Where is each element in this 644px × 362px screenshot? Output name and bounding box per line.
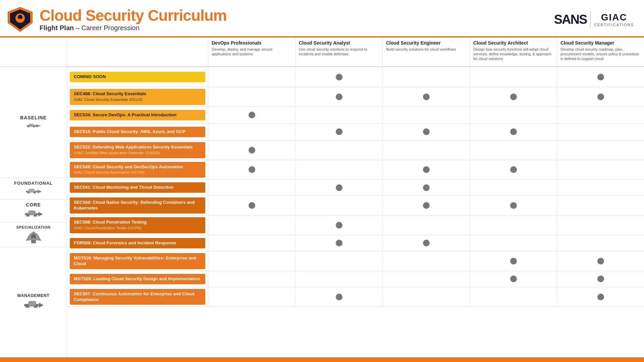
- dot: [249, 202, 255, 209]
- dot-s2-devops: [208, 196, 295, 215]
- dot: [423, 128, 430, 135]
- baseline-icon: [26, 122, 41, 130]
- svg-rect-18: [28, 210, 36, 215]
- core-label: CORE: [26, 202, 41, 207]
- dot: [510, 166, 517, 173]
- svg-marker-26: [39, 303, 44, 308]
- course-badge-sec541: SEC541: Cloud Monitoring and Threat Dete…: [70, 182, 205, 193]
- course-title-mgt516: MGT516: Managing Security Vulnerabilitie…: [74, 255, 196, 266]
- course-title-sec557: SEC557: Continuous Automation for Enterp…: [74, 291, 195, 302]
- row-core-3: SEC540: Cloud Security and DevSecOps Aut…: [67, 160, 644, 180]
- row-spec-2: SEC584: Cloud Native Security: Defending…: [67, 196, 644, 216]
- svg-point-3: [18, 15, 22, 19]
- dot-c3-engineer: [382, 160, 470, 180]
- svg-rect-8: [29, 124, 34, 126]
- dot-s4-manager: [557, 235, 644, 251]
- svg-rect-29: [34, 306, 38, 308]
- course-cert-sec488: GIAC Cloud Security Essentials (GCLD): [74, 98, 143, 102]
- section-specialization: SPECIALIZATION: [0, 223, 67, 247]
- foundational-label: FOUNDATIONAL: [14, 181, 53, 186]
- subtitle-rest: – Career Progression: [74, 24, 140, 32]
- dot-f2-manager: [557, 107, 644, 123]
- dot: [336, 74, 342, 80]
- main-content: BASELINE FOUNDATIONAL: [0, 38, 644, 357]
- course-cell-sec584: SEC584: Cloud Native Security: Defending…: [67, 196, 208, 215]
- dot: [249, 147, 255, 154]
- baseline-label: BASELINE: [20, 115, 47, 120]
- dot-f1-analyst: [295, 87, 382, 107]
- dot-m3-manager: [557, 287, 644, 307]
- management-label: MANAGEMENT: [17, 293, 50, 298]
- sans-logo-text: SANS: [554, 12, 587, 27]
- dot-baseline-manager: [557, 67, 644, 87]
- dot: [336, 94, 342, 100]
- manager-col-desc: Develop cloud security roadmap, plan, pr…: [560, 47, 641, 61]
- foundational-icon: [25, 187, 42, 196]
- dot-c3-manager: [557, 160, 644, 180]
- col-header-analyst: Cloud Security Analyst Use cloud securit…: [295, 38, 382, 66]
- svg-rect-28: [25, 306, 30, 308]
- dot-m2-manager: [557, 271, 644, 287]
- row-core-2: SEC522: Defending Web Applications Secur…: [67, 140, 644, 160]
- dot-m2-engineer: [382, 271, 470, 287]
- dot-s1-analyst: [295, 180, 382, 195]
- course-title-sec584: SEC584: Cloud Native Security: Defending…: [74, 200, 195, 210]
- dot-c2-analyst: [295, 140, 382, 160]
- dot-baseline-engineer: [382, 67, 470, 87]
- section-labels-col: BASELINE FOUNDATIONAL: [0, 38, 67, 357]
- dot: [423, 94, 430, 100]
- course-title-sec540: SEC540: Cloud Security and DevSecOps Aut…: [74, 164, 183, 169]
- engineer-col-name: Cloud Security Engineer: [386, 40, 466, 46]
- dot-baseline-devops: [208, 67, 295, 87]
- svg-rect-14: [27, 192, 30, 193]
- svg-rect-5: [18, 21, 22, 22]
- specialization-label: SPECIALIZATION: [16, 225, 51, 229]
- dot: [423, 202, 430, 209]
- courses-header-spacer: [67, 38, 208, 66]
- dot-m1-architect: [470, 251, 557, 271]
- dot-m1-analyst: [295, 251, 382, 271]
- course-title-mgt520: MGT520: Leading Cloud Security Design an…: [74, 276, 200, 281]
- dot: [336, 184, 342, 191]
- architect-col-desc: Design how security functions will adopt…: [473, 47, 553, 61]
- dot: [597, 94, 604, 100]
- dot-c2-engineer: [382, 140, 470, 160]
- course-cell-sec510: SEC510: Public Cloud Security: AWS, Azur…: [67, 125, 208, 139]
- dot-baseline-analyst: [295, 67, 382, 87]
- giac-logo: GIAC CERTIFICATIONS: [594, 12, 634, 27]
- dot-c1-analyst: [295, 124, 382, 140]
- course-badge-sec488: SEC488: Cloud Security Essentials GIAC C…: [70, 89, 205, 105]
- dot-m1-engineer: [382, 251, 470, 271]
- course-title-sec588: SEC588: Cloud Penetration Testing: [74, 220, 147, 225]
- column-headers: DevOps Professionals Develop, deploy, an…: [67, 38, 644, 67]
- course-cell-sec588: SEC588: Cloud Penetration Testing GIAC C…: [67, 216, 208, 235]
- dot-m3-engineer: [382, 287, 470, 307]
- logo-divider: [590, 11, 591, 28]
- row-foundational-2: SEC534: Secure DevOps: A Practical Intro…: [67, 107, 644, 124]
- course-cert-sec540: GIAC Cloud Security Automation (GCSA): [74, 170, 144, 174]
- dot: [423, 166, 430, 173]
- course-title-sec522: SEC522: Defending Web Applications Secur…: [74, 144, 193, 149]
- svg-rect-10: [33, 127, 35, 127]
- course-badge-sec584: SEC584: Cloud Native Security: Defending…: [70, 197, 205, 214]
- col-header-manager: Cloud Security Manager Develop cloud sec…: [557, 38, 644, 66]
- dot-f2-engineer: [382, 107, 470, 123]
- dot-f1-engineer: [382, 87, 470, 107]
- course-cell-sec534: SEC534: Secure DevOps: A Practical Intro…: [67, 108, 208, 122]
- dot: [510, 128, 517, 135]
- core-icon: [24, 209, 43, 220]
- dot: [510, 258, 517, 264]
- svg-rect-27: [28, 301, 36, 306]
- dot-f1-devops: [208, 87, 295, 107]
- course-badge-sec510: SEC510: Public Cloud Security: AWS, Azur…: [70, 127, 205, 137]
- dot: [249, 112, 255, 118]
- course-cell-sec488: SEC488: Cloud Security Essentials GIAC C…: [67, 87, 208, 107]
- course-cert-sec522: GIAC Certified Web Application Defender …: [74, 151, 160, 155]
- course-cell-for509: FOR509: Cloud Forensics and Incident Res…: [67, 236, 208, 250]
- dot: [510, 94, 517, 100]
- course-cell-sec541: SEC541: Cloud Monitoring and Threat Dete…: [67, 181, 208, 194]
- svg-rect-9: [28, 127, 30, 127]
- section-baseline: BASELINE: [0, 67, 67, 178]
- row-mgmt-1: MGT516: Managing Security Vulnerabilitie…: [67, 251, 644, 271]
- dot-f2-architect: [470, 107, 557, 123]
